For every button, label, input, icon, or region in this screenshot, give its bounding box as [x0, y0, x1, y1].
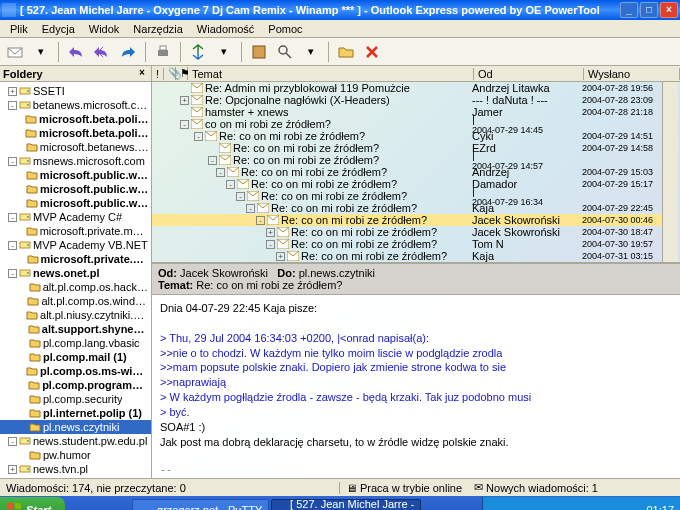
folder-item[interactable]: pl.news.czytniki [0, 420, 151, 434]
menu-plik[interactable]: Plik [4, 22, 34, 36]
dropdown-arrow-3[interactable]: ▾ [300, 41, 322, 63]
folder-item[interactable]: pl.comp.security [0, 392, 151, 406]
ql-icon[interactable] [69, 500, 87, 510]
thread-toggle-icon[interactable]: - [256, 216, 265, 225]
tray-icon[interactable] [540, 503, 554, 510]
folder-item[interactable]: pl.comp.os.ms-windows.win [0, 364, 151, 378]
expand-icon[interactable]: - [8, 213, 17, 222]
message-list[interactable]: Re: Admin mi przyblokował 119 PomużcieAn… [152, 82, 662, 262]
folders-close-button[interactable]: × [136, 68, 148, 80]
thread-toggle-icon[interactable]: + [180, 96, 189, 105]
message-row[interactable]: +Re: co on mi robi ze źródłem?Kaja2004-0… [152, 250, 662, 262]
folder-item[interactable]: -MVP Academy C# [0, 210, 151, 224]
thread-toggle-icon[interactable]: + [276, 252, 285, 261]
addresses-button[interactable] [248, 41, 270, 63]
thread-toggle-icon[interactable]: - [208, 156, 217, 165]
reply-all-button[interactable] [91, 41, 113, 63]
folder-item[interactable]: microsoft.public.windows.in [0, 182, 151, 196]
message-row[interactable]: -Re: co on mi robi ze źródłem?Tom N2004-… [152, 238, 662, 250]
message-row[interactable]: -Re: co on mi robi ze źródłem?Kaja2004-0… [152, 202, 662, 214]
menu-narzedzia[interactable]: Narzędzia [127, 22, 189, 36]
folder-item[interactable]: microsoft.public.win98.intern [0, 168, 151, 182]
folder-item[interactable]: pl.internet.polip (1) [0, 406, 151, 420]
thread-toggle-icon[interactable]: - [266, 240, 275, 249]
tray-icon[interactable] [489, 503, 503, 510]
tray-icon[interactable] [506, 503, 520, 510]
close-button[interactable]: × [660, 2, 678, 18]
start-button[interactable]: Start [0, 497, 65, 510]
expand-icon[interactable]: - [8, 241, 17, 250]
menu-edycja[interactable]: Edycja [36, 22, 81, 36]
col-priority[interactable]: ! [152, 68, 164, 80]
col-from[interactable]: Od [474, 68, 584, 80]
forward-button[interactable] [117, 41, 139, 63]
expand-icon[interactable]: - [8, 157, 17, 166]
message-row[interactable]: Re: co on mi robi ze źródłem?EZrd2004-07… [152, 142, 662, 154]
tray-icon[interactable] [557, 503, 571, 510]
folder-item[interactable]: -MVP Academy VB.NET [0, 238, 151, 252]
thread-toggle-icon[interactable]: - [180, 120, 189, 129]
folder-item[interactable]: -news.onet.pl [0, 266, 151, 280]
col-attach[interactable]: 📎 [164, 67, 176, 80]
tray-icon[interactable] [523, 503, 537, 510]
message-row[interactable]: -Re: co on mi robi ze źródłem?Jacek Skow… [152, 214, 662, 226]
col-subject[interactable]: Temat [188, 68, 474, 80]
folder-item[interactable]: microsoft.private.mvpacad_whid [0, 224, 151, 238]
folder-item[interactable]: microsoft.betanews.system.ann [0, 140, 151, 154]
taskbar-task[interactable]: [ 527. Jean Michel Jarre - Oxygene 7 Dj … [271, 499, 421, 510]
folder-item[interactable]: pw.humor [0, 448, 151, 462]
menu-widok[interactable]: Widok [83, 22, 126, 36]
col-flag[interactable]: ⚑ [176, 67, 188, 80]
folder-item[interactable]: alt.support.shyness (3) [0, 322, 151, 336]
folder-item[interactable]: +news.tvn.pl [0, 462, 151, 476]
delete-button[interactable] [361, 41, 383, 63]
folder-item[interactable]: -news.student.pw.edu.pl [0, 434, 151, 448]
message-list-scrollbar[interactable] [662, 82, 678, 262]
message-row[interactable]: -Re: co on mi robi ze źródłem?|2004-07-2… [152, 154, 662, 166]
taskbar-task[interactable]: grzegorz.net - PuTTY [132, 499, 269, 510]
folder-item[interactable]: alt.pl.comp.os.hacking [0, 280, 151, 294]
ql-icon[interactable] [109, 500, 127, 510]
find-button[interactable] [274, 41, 296, 63]
menu-pomoc[interactable]: Pomoc [262, 22, 308, 36]
thread-toggle-icon[interactable]: - [226, 180, 235, 189]
folder-item[interactable]: +SSETI [0, 84, 151, 98]
folder-item[interactable]: -msnews.microsoft.com [0, 154, 151, 168]
message-row[interactable]: -co on mi robi ze źródłem?|2004-07-29 14… [152, 118, 662, 130]
message-row[interactable]: hamster + xnewsJamer2004-07-28 21:18 [152, 106, 662, 118]
message-row[interactable]: Re: Admin mi przyblokował 119 PomużcieAn… [152, 82, 662, 94]
expand-icon[interactable]: - [8, 101, 17, 110]
preview-body[interactable]: Dnia 04-07-29 22:45 Kaja pisze: > Thu, 2… [152, 295, 680, 478]
message-row[interactable]: -Re: co on mi robi ze źródłem?|2004-07-2… [152, 190, 662, 202]
folder-item[interactable]: alt.pl.niusy.czytniki.outlook.exp [0, 308, 151, 322]
folder-item[interactable]: microsoft.private.mvpacad [0, 252, 151, 266]
folder-item[interactable]: pl.comp.mail (1) [0, 350, 151, 364]
folder-item[interactable]: pl.comp.lang.vbasic [0, 336, 151, 350]
menu-wiadomosc[interactable]: Wiadomość [191, 22, 260, 36]
minimize-button[interactable]: _ [620, 2, 638, 18]
send-receive-button[interactable] [187, 41, 209, 63]
reply-button[interactable] [65, 41, 87, 63]
message-row[interactable]: -Re: co on mi robi ze źródłem?Andrzej200… [152, 166, 662, 178]
folder-item[interactable]: microsoft.public.windowsxp [0, 196, 151, 210]
message-row[interactable]: +Re: Opcjonalne nagłówki (X-Headers)--- … [152, 94, 662, 106]
thread-toggle-icon[interactable]: - [246, 204, 255, 213]
thread-toggle-icon[interactable]: + [266, 228, 275, 237]
expand-icon[interactable]: - [8, 437, 17, 446]
status-online[interactable]: 🖥Praca w trybie online [346, 482, 462, 494]
folder-item[interactable]: alt.pl.comp.os.windowsxp [0, 294, 151, 308]
new-mail-button[interactable] [4, 41, 26, 63]
expand-icon[interactable]: + [8, 87, 17, 96]
folder-item[interactable]: microsoft.beta.polish_windowsx [0, 112, 151, 126]
message-row[interactable]: +Re: co on mi robi ze źródłem?Jacek Skow… [152, 226, 662, 238]
ql-icon[interactable] [89, 500, 107, 510]
tray-icon[interactable] [574, 503, 588, 510]
message-row[interactable]: -Re: co on mi robi ze źródłem?Damador200… [152, 178, 662, 190]
taskbar-clock[interactable]: 01:17 [646, 504, 674, 510]
tray-icon[interactable] [591, 503, 605, 510]
tray-icon[interactable] [608, 503, 622, 510]
folder-item[interactable]: tvn.niedowiary [0, 476, 151, 478]
message-row[interactable]: -Re: co on mi robi ze źródłem?Cyki2004-0… [152, 130, 662, 142]
folder-item[interactable]: -betanews.microsoft.com [0, 98, 151, 112]
folder-item[interactable]: microsoft.beta.polish_windowsx [0, 126, 151, 140]
